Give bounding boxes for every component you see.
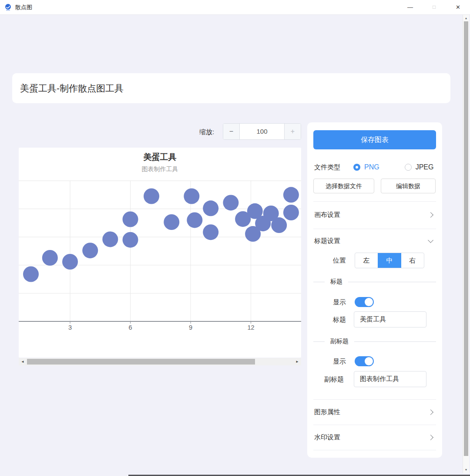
scatter-point [184,189,199,204]
position-center-option[interactable]: 中 [378,253,401,268]
radio-jpeg-label[interactable]: JPEG [416,163,434,171]
save-chart-button[interactable]: 保存图表 [313,130,436,149]
title-group-label: 标题 [330,278,342,286]
title-field-label: 标题 [333,311,346,327]
section-title-settings[interactable]: 标题设置 [313,229,436,253]
section-graph-label: 图形属性 [313,408,340,416]
position-left-option[interactable]: 左 [355,253,378,268]
x-axis-tick-label: 3 [68,324,72,331]
scatter-point [283,205,299,220]
horizontal-scrollbar-thumb[interactable] [27,359,255,365]
settings-panel: 保存图表 文件类型 PNG JPEG 选择数据文件 编辑数据 画布设置 标题设置… [307,122,442,458]
title-show-toggle[interactable] [355,297,374,307]
scatter-point [203,224,218,240]
position-right-option[interactable]: 右 [401,253,424,268]
scatter-chart: 36912 美蛋工具 图表制作工具 [19,148,301,358]
subtitle-show-label: 显示 [333,356,346,367]
zoom-value[interactable]: 100 [240,124,284,139]
select-data-file-button[interactable]: 选择数据文件 [313,179,374,193]
zoom-stepper: − 100 + [223,123,301,140]
scroll-right-icon[interactable]: ► [295,358,299,365]
divider-line [348,282,436,282]
chart-horizontal-scrollbar[interactable]: ◄ ► [19,358,301,365]
subtitle-input[interactable] [354,371,426,387]
subtitle-group-label: 副标题 [330,338,349,345]
chevron-right-icon [428,212,433,218]
section-graph-properties[interactable]: 图形属性 [313,399,436,425]
scatter-point [23,267,39,282]
radio-png-label[interactable]: PNG [364,163,379,171]
zoom-label: 缩放: [199,128,214,136]
section-canvas-settings[interactable]: 画布设置 [313,201,436,229]
divider-line [313,282,325,282]
scatter-point [102,231,118,247]
close-button[interactable]: ✕ [446,0,470,14]
page-title: 美蛋工具-制作散点图工具 [12,73,450,103]
scatter-point [123,232,138,248]
toggle-knob [365,298,373,306]
page-vertical-scrollbar[interactable]: ▲ ▼ [463,14,469,473]
title-bar: 散点图 — □ ✕ [0,0,470,15]
scatter-point [42,250,58,266]
file-type-row: 文件类型 PNG JPEG [314,162,433,172]
chart-title: 美蛋工具 [143,152,177,162]
x-axis-tick-label: 9 [189,324,192,331]
scatter-point [283,187,299,203]
scroll-down-icon[interactable]: ▼ [463,468,469,471]
chevron-right-icon [428,435,433,440]
scatter-point [187,212,202,228]
section-watermark-settings[interactable]: 水印设置 [313,425,436,450]
x-axis-tick-label: 12 [247,324,254,331]
chevron-right-icon [428,409,433,415]
toggle-knob [365,357,373,365]
header-card: 美蛋工具-制作散点图工具 [12,73,450,103]
section-title-label: 标题设置 [313,237,340,245]
subtitle-field-label: 副标题 [324,371,344,387]
scroll-up-icon[interactable]: ▲ [463,17,469,20]
window-title: 散点图 [15,3,32,11]
scatter-point [203,200,218,216]
vertical-scrollbar-thumb[interactable] [464,21,468,456]
title-group-divider: 标题 [313,277,436,286]
section-watermark-label: 水印设置 [313,433,340,442]
section-canvas-label: 画布设置 [313,211,340,219]
scatter-point [144,189,159,204]
chart-card: 36912 美蛋工具 图表制作工具 [19,148,301,358]
zoom-decrease-button[interactable]: − [223,124,240,139]
scatter-point [223,195,238,210]
zoom-increase-button[interactable]: + [284,124,301,139]
subtitle-show-toggle[interactable] [355,356,374,366]
subtitle-group-divider: 副标题 [313,337,436,346]
scatter-point [164,214,179,230]
file-type-label: 文件类型 [314,163,340,172]
app-logo-icon [4,3,12,11]
divider-line [354,341,436,342]
chevron-down-icon [428,237,433,243]
title-position-segmented: 左 中 右 [355,253,424,268]
scatter-point [123,212,138,227]
maximize-button[interactable]: □ [422,0,446,14]
scatter-point [271,217,287,233]
x-axis-tick-label: 6 [128,324,132,331]
divider-line [313,341,325,342]
title-show-label: 显示 [333,297,346,307]
divider [313,450,436,450]
chart-subtitle: 图表制作工具 [142,165,178,172]
radio-jpeg-icon[interactable] [405,164,412,171]
edit-data-button[interactable]: 编辑数据 [381,179,436,193]
scatter-point [62,254,78,270]
minimize-button[interactable]: — [398,0,422,14]
window-controls: — □ ✕ [398,0,470,14]
position-label: 位置 [333,253,346,268]
scatter-point [82,243,98,258]
radio-png-icon[interactable] [353,164,360,171]
title-input[interactable] [354,311,426,327]
scroll-left-icon[interactable]: ◄ [21,358,24,365]
